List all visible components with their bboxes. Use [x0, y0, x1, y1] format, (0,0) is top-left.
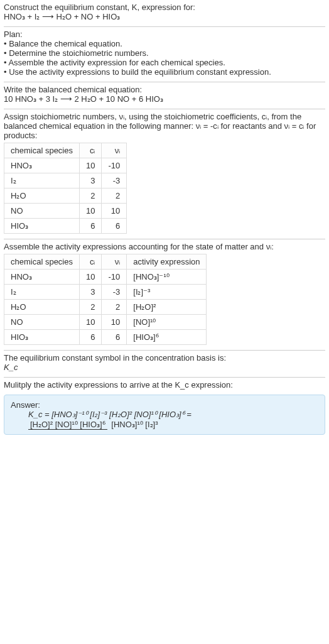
cell-vi: 6 — [102, 219, 127, 234]
cell-ci: 2 — [80, 300, 102, 315]
cell-expr: [H₂O]² — [127, 300, 207, 315]
table-row: HNO₃10-10 — [4, 158, 127, 173]
cell-ci: 2 — [80, 188, 102, 204]
cell-vi: 2 — [102, 188, 127, 204]
cell-ci: 6 — [80, 219, 102, 234]
plan-item: Assemble the activity expression for eac… — [4, 58, 325, 67]
col-ci: cᵢ — [80, 254, 102, 270]
balanced-intro: Write the balanced chemical equation: — [4, 85, 325, 94]
table-row: HIO₃66[HIO₃]⁶ — [4, 330, 207, 345]
cell-ci: 6 — [80, 330, 102, 345]
balanced-block: Write the balanced chemical equation: 10… — [0, 82, 329, 109]
cell-species: H₂O — [4, 188, 80, 204]
plan-block: Plan: Balance the chemical equation. Det… — [0, 27, 329, 82]
cell-species: NO — [4, 315, 80, 330]
table-header-row: chemical species cᵢ νᵢ activity expressi… — [4, 254, 207, 270]
answer-expression: K_c = [HNO₃]⁻¹⁰ [I₂]⁻³ [H₂O]² [NO]¹⁰ [HI… — [11, 410, 318, 429]
cell-vi: 10 — [102, 204, 127, 219]
stoich-table: chemical species cᵢ νᵢ HNO₃10-10 I₂3-3 H… — [4, 143, 127, 234]
cell-vi: 6 — [102, 330, 127, 345]
cell-expr: [HIO₃]⁶ — [127, 330, 207, 345]
cell-vi: 10 — [102, 315, 127, 330]
cell-vi: 2 — [102, 300, 127, 315]
col-vi-label: νᵢ — [115, 146, 121, 155]
cell-ci: 3 — [80, 173, 102, 188]
cell-ci: 10 — [80, 270, 102, 285]
balanced-equation: 10 HNO₃ + 3 I₂ ⟶ 2 H₂O + 10 NO + 6 HIO₃ — [4, 94, 325, 104]
kc-symbol-line1: The equilibrium constant symbol in the c… — [4, 353, 325, 363]
table-row: I₂3-3[I₂]⁻³ — [4, 285, 207, 300]
col-ci-label: cᵢ — [90, 257, 95, 266]
answer-box: Answer: K_c = [HNO₃]⁻¹⁰ [I₂]⁻³ [H₂O]² [N… — [4, 395, 325, 435]
table-row: HIO₃66 — [4, 219, 127, 234]
table-header-row: chemical species cᵢ νᵢ — [4, 143, 127, 158]
table-row: H₂O22[H₂O]² — [4, 300, 207, 315]
cell-species: I₂ — [4, 285, 80, 300]
plan-list: Balance the chemical equation. Determine… — [4, 39, 325, 77]
col-vi-label: νᵢ — [115, 257, 121, 266]
kc-symbol: K_c — [4, 363, 325, 372]
plan-title: Plan: — [4, 30, 325, 39]
cell-vi: -3 — [102, 173, 127, 188]
cell-ci: 10 — [80, 158, 102, 173]
header-line1: Construct the equilibrium constant, K, e… — [4, 3, 325, 12]
kc-symbol-block: The equilibrium constant symbol in the c… — [0, 351, 329, 377]
cell-vi: -3 — [102, 285, 127, 300]
cell-vi: -10 — [102, 270, 127, 285]
answer-fraction: [H₂O]² [NO]¹⁰ [HIO₃]⁶ [HNO₃]¹⁰ [I₂]³ — [28, 420, 160, 429]
cell-expr: [I₂]⁻³ — [127, 285, 207, 300]
cell-ci: 10 — [80, 204, 102, 219]
cell-species: HIO₃ — [4, 330, 80, 345]
activity-table: chemical species cᵢ νᵢ activity expressi… — [4, 254, 207, 345]
cell-species: I₂ — [4, 173, 80, 188]
col-vi: νᵢ — [102, 254, 127, 270]
answer-lhs: K_c = [HNO₃]⁻¹⁰ [I₂]⁻³ [H₂O]² [NO]¹⁰ [HI… — [28, 410, 191, 419]
stoich-intro: Assign stoichiometric numbers, νᵢ, using… — [4, 112, 325, 140]
cell-species: HNO₃ — [4, 270, 80, 285]
answer-label: Answer: — [11, 400, 318, 410]
table-row: I₂3-3 — [4, 173, 127, 188]
table-row: H₂O22 — [4, 188, 127, 204]
col-ci-label: cᵢ — [90, 146, 95, 155]
col-expr: activity expression — [127, 254, 207, 270]
cell-expr: [NO]¹⁰ — [127, 315, 207, 330]
answer-denominator: [HNO₃]¹⁰ [I₂]³ — [109, 420, 159, 429]
cell-species: HIO₃ — [4, 219, 80, 234]
cell-species: H₂O — [4, 300, 80, 315]
col-species: chemical species — [4, 143, 80, 158]
multiply-text: Mulitply the activity expressions to arr… — [4, 380, 325, 390]
cell-ci: 10 — [80, 315, 102, 330]
activity-intro: Assemble the activity expressions accoun… — [4, 242, 325, 251]
col-vi: νᵢ — [102, 143, 127, 158]
plan-item: Balance the chemical equation. — [4, 39, 325, 48]
cell-vi: -10 — [102, 158, 127, 173]
col-species: chemical species — [4, 254, 80, 270]
cell-ci: 3 — [80, 285, 102, 300]
cell-species: NO — [4, 204, 80, 219]
cell-expr: [HNO₃]⁻¹⁰ — [127, 270, 207, 285]
table-row: HNO₃10-10[HNO₃]⁻¹⁰ — [4, 270, 207, 285]
table-row: NO1010[NO]¹⁰ — [4, 315, 207, 330]
plan-item: Use the activity expressions to build th… — [4, 67, 325, 77]
stoich-block: Assign stoichiometric numbers, νᵢ, using… — [0, 109, 329, 239]
header-block: Construct the equilibrium constant, K, e… — [0, 0, 329, 26]
multiply-block: Mulitply the activity expressions to arr… — [0, 378, 329, 395]
activity-block: Assemble the activity expressions accoun… — [0, 239, 329, 350]
plan-item: Determine the stoichiometric numbers. — [4, 48, 325, 58]
answer-numerator: [H₂O]² [NO]¹⁰ [HIO₃]⁶ — [28, 420, 107, 430]
col-ci: cᵢ — [80, 143, 102, 158]
table-row: NO1010 — [4, 204, 127, 219]
cell-species: HNO₃ — [4, 158, 80, 173]
header-equation: HNO₃ + I₂ ⟶ H₂O + NO + HIO₃ — [4, 12, 325, 21]
